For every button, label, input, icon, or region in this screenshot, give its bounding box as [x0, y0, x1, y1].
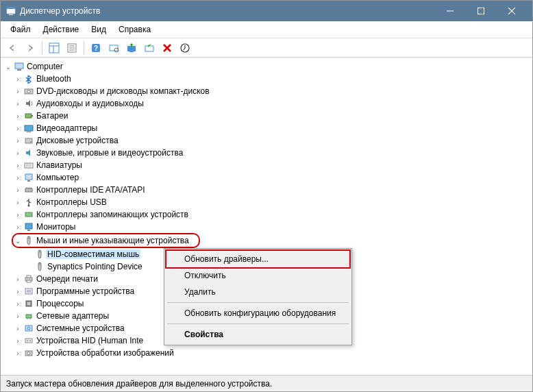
svg-rect-57 [27, 302, 30, 305]
svg-rect-58 [26, 315, 32, 318]
svg-rect-32 [25, 138, 32, 143]
tree-root[interactable]: ⌄ Computer [2, 60, 531, 73]
back-button[interactable] [5, 40, 20, 56]
svg-rect-46 [27, 230, 30, 231]
monitor-icon [23, 221, 35, 232]
properties-icon[interactable] [64, 40, 79, 56]
expand-icon[interactable]: › [13, 88, 23, 95]
svg-rect-30 [25, 125, 33, 131]
forward-button[interactable] [23, 40, 38, 56]
tree-label: Звуковые, игровые и видеоустройства [35, 148, 184, 158]
expand-icon[interactable]: › [13, 325, 23, 332]
tree-item-monitor[interactable]: ›Мониторы [13, 221, 531, 233]
statusbar: Запуск мастера обновления драйверов для … [1, 375, 532, 391]
menu-delete[interactable]: Удалить [166, 284, 349, 300]
menu-help[interactable]: Справка [113, 23, 156, 36]
svg-point-27 [27, 90, 30, 93]
uninstall-icon[interactable] [142, 40, 157, 56]
expand-icon[interactable]: › [13, 137, 23, 145]
expand-icon[interactable]: › [13, 211, 23, 219]
maximize-button[interactable] [465, 1, 496, 21]
enable-icon[interactable] [177, 40, 193, 56]
ide-controller-icon [23, 184, 35, 195]
update-driver-icon[interactable] [124, 40, 139, 56]
expand-icon[interactable]: › [13, 100, 23, 108]
svg-rect-4 [478, 8, 484, 14]
expand-icon[interactable]: ⌄ [3, 63, 13, 71]
expand-icon[interactable]: › [13, 199, 23, 206]
expand-icon[interactable]: › [13, 125, 23, 132]
expand-icon[interactable]: › [13, 313, 23, 320]
tree-item-storage[interactable]: ›Контроллеры запоминающих устройств [13, 208, 531, 221]
tree-item-video[interactable]: ›Видеоадаптеры [13, 122, 531, 134]
window-title: Диспетчер устройств [20, 6, 434, 16]
expand-icon[interactable]: › [13, 275, 23, 283]
detail-view-icon[interactable] [47, 40, 62, 56]
disable-icon[interactable] [160, 40, 175, 56]
tree-label: Батареи [35, 111, 69, 121]
pc-icon [23, 172, 35, 183]
expand-icon[interactable]: › [13, 75, 23, 83]
help-icon[interactable]: ? [88, 40, 103, 56]
tree-label: Аудиовходы и аудиовыходы [35, 99, 145, 108]
tree-label: DVD-дисководы и дисководы компакт-дисков [35, 86, 211, 96]
menu-action[interactable]: Действие [38, 23, 85, 36]
svg-rect-44 [25, 212, 32, 217]
expand-icon[interactable]: › [13, 350, 23, 357]
svg-rect-25 [17, 69, 21, 71]
tree-item-audio[interactable]: ›Аудиовходы и аудиовыходы [13, 97, 531, 110]
expand-icon[interactable]: › [13, 162, 23, 169]
tree-item-ide[interactable]: ›Контроллеры IDE ATA/ATAPI [13, 184, 531, 196]
device-tree[interactable]: ⌄ Computer ›Bluetooth ›DVD-дисководы и д… [1, 58, 532, 375]
mouse-icon [34, 249, 46, 260]
tree-item-keyboard[interactable]: ›Клавиатуры [13, 159, 531, 171]
scan-hardware-icon[interactable] [106, 40, 121, 56]
expand-icon[interactable]: › [13, 174, 23, 182]
menu-update-driver[interactable]: Обновить драйверы... [165, 249, 351, 269]
titlebar: Диспетчер устройств [1, 1, 532, 21]
tree-label: Контроллеры запоминающих устройств [35, 210, 190, 219]
tree-label: Synaptics Pointing Device [46, 262, 144, 271]
context-menu: Обновить драйверы... Отключить Удалить О… [164, 248, 352, 345]
svg-rect-38 [27, 180, 30, 182]
tree-item-bluetooth[interactable]: ›Bluetooth [13, 73, 531, 85]
menu-file[interactable]: Файл [5, 23, 36, 36]
expand-icon[interactable]: › [13, 288, 23, 295]
svg-rect-24 [15, 63, 23, 69]
tree-item-dvd[interactable]: ›DVD-дисководы и дисководы компакт-диско… [13, 85, 531, 97]
tree-label: Очереди печати [35, 274, 99, 284]
tree-label: Computer [25, 62, 64, 71]
separator [167, 302, 349, 303]
tree-item-sound[interactable]: ›Звуковые, игровые и видеоустройства [13, 147, 531, 159]
menu-label: Удалить [184, 287, 216, 297]
expand-icon[interactable]: › [13, 149, 23, 157]
menu-disable[interactable]: Отключить [166, 267, 349, 284]
expand-icon[interactable]: › [13, 186, 23, 194]
minimize-button[interactable] [434, 1, 465, 21]
menu-refresh-config[interactable]: Обновить конфигурацию оборудования [166, 305, 349, 321]
menu-label: Отключить [184, 271, 226, 280]
tree-item-usb[interactable]: ›Контроллеры USB [13, 196, 531, 208]
tree-item-battery[interactable]: ›Батареи [13, 110, 531, 122]
expand-icon[interactable]: › [13, 223, 23, 231]
tree-label: Контроллеры IDE ATA/ATAPI [35, 185, 147, 195]
svg-rect-37 [25, 174, 32, 180]
svg-rect-31 [27, 132, 31, 132]
tree-label: Сетевые адаптеры [35, 311, 110, 321]
expand-icon[interactable]: › [13, 337, 23, 345]
svg-point-33 [30, 141, 32, 143]
menu-view[interactable]: Вид [86, 23, 112, 36]
svg-point-64 [27, 340, 28, 341]
tree-item-mouse[interactable]: ⌄Мыши и иные указывающие устройства [13, 234, 195, 247]
tree-item-computer[interactable]: ›Компьютер [13, 171, 531, 184]
tree-label: Компьютер [35, 173, 80, 182]
expand-icon[interactable]: › [13, 112, 23, 120]
collapse-icon[interactable]: ⌄ [13, 237, 23, 245]
close-button[interactable] [496, 1, 527, 21]
menu-properties[interactable]: Свойства [166, 326, 349, 343]
tree-item-imaging[interactable]: ›Устройства обработки изображений [13, 347, 531, 359]
tree-item-disk[interactable]: ›Дисковые устройства [13, 134, 531, 147]
tree-label: Клавиатуры [35, 160, 84, 170]
menubar: Файл Действие Вид Справка [1, 21, 532, 38]
expand-icon[interactable]: › [13, 300, 23, 308]
